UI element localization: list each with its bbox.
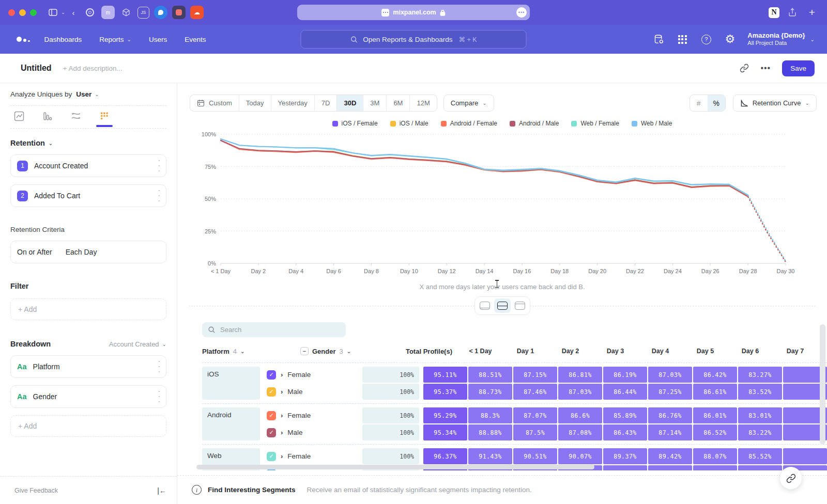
select-all-checkbox[interactable]: − bbox=[300, 347, 309, 355]
kebab-menu-icon[interactable]: • • • bbox=[159, 389, 160, 404]
expand-chevron-icon[interactable]: › bbox=[281, 371, 283, 379]
series-checkbox[interactable]: ✓ bbox=[267, 428, 276, 437]
series-checkbox[interactable]: ✓ bbox=[267, 387, 276, 397]
retention-section-header[interactable]: Retention ⌄ bbox=[10, 139, 166, 147]
vertical-scrollbar[interactable] bbox=[820, 324, 825, 444]
retention-value-cell[interactable]: 86.81% bbox=[558, 367, 602, 383]
breakdown-item-gender[interactable]: AaGender• • • bbox=[10, 385, 166, 408]
address-bar[interactable]: mixpanel.com ••• bbox=[297, 5, 530, 20]
js-extension-icon[interactable]: JS bbox=[137, 7, 149, 19]
share-icon[interactable] bbox=[788, 7, 797, 18]
breakdown-add-button[interactable]: + Add bbox=[10, 415, 166, 437]
add-description[interactable]: + Add description... bbox=[63, 65, 122, 72]
compare-button[interactable]: Compare ⌄ bbox=[443, 94, 494, 112]
retention-value-cell[interactable]: 95.11% bbox=[423, 367, 467, 383]
expand-chevron-icon[interactable]: › bbox=[281, 452, 283, 460]
retention-value-cell[interactable]: 87.08% bbox=[558, 424, 602, 440]
chart-type-dropdown[interactable]: Retention Curve ⌄ bbox=[733, 94, 817, 112]
table-search-input[interactable]: Search bbox=[202, 322, 346, 337]
expand-chevron-icon[interactable]: › bbox=[281, 469, 283, 470]
apps-grid-icon[interactable] bbox=[676, 33, 688, 45]
criteria-each-day[interactable]: Each Day bbox=[66, 248, 97, 256]
retention-value-cell[interactable]: 85.52% bbox=[738, 448, 782, 464]
range-yesterday[interactable]: Yesterday bbox=[271, 95, 314, 111]
cube-extension-icon[interactable] bbox=[119, 6, 133, 19]
retention-value-cell[interactable]: 86.6% bbox=[558, 407, 602, 423]
layout-table-focus-toggle[interactable] bbox=[512, 298, 528, 313]
criteria-on-or-after[interactable]: On or After bbox=[17, 248, 52, 256]
range-6m[interactable]: 6M bbox=[386, 95, 409, 111]
filter-add-button[interactable]: + Add bbox=[10, 298, 166, 320]
back-icon[interactable]: ‹ bbox=[67, 6, 80, 19]
nav-link-reports[interactable]: Reports⌄ bbox=[99, 36, 131, 43]
range-custom[interactable]: Custom bbox=[190, 95, 239, 111]
legend-item-web-male[interactable]: Web / Male bbox=[632, 120, 672, 127]
more-options-icon[interactable]: ••• bbox=[760, 64, 771, 73]
retention-value-cell[interactable]: 87.03% bbox=[648, 367, 692, 383]
target-extension-icon[interactable] bbox=[83, 6, 97, 19]
platform-column-header[interactable]: Platform 4 ⌄ bbox=[202, 348, 295, 355]
retention-value-cell[interactable]: 95.37% bbox=[423, 384, 467, 400]
retention-value-cell[interactable]: 87.25% bbox=[648, 384, 692, 400]
legend-item-android-male[interactable]: Android / Male bbox=[510, 120, 559, 127]
retention-value-cell[interactable]: 90.51% bbox=[513, 448, 557, 464]
retention-value-cell[interactable]: 89.48% bbox=[648, 465, 692, 470]
record-extension-icon[interactable] bbox=[172, 6, 186, 19]
retention-value-cell[interactable]: 89.37% bbox=[603, 448, 647, 464]
minimize-window-button[interactable] bbox=[19, 9, 26, 16]
share-link-fab[interactable] bbox=[779, 467, 802, 490]
retention-value-cell[interactable]: 88.88% bbox=[468, 424, 512, 440]
maximize-window-button[interactable] bbox=[30, 9, 37, 16]
chevron-down-icon[interactable]: ⌄ bbox=[59, 6, 67, 19]
mixpanel-logo[interactable] bbox=[17, 37, 30, 42]
data-management-icon[interactable] bbox=[652, 33, 665, 45]
settings-gear-icon[interactable]: ⚙ bbox=[724, 33, 736, 45]
retention-value-cell[interactable]: 85.47% bbox=[738, 465, 782, 470]
series-checkbox[interactable]: ✓ bbox=[267, 411, 276, 420]
site-options-icon[interactable]: ••• bbox=[516, 7, 527, 18]
expand-chevron-icon[interactable]: › bbox=[281, 412, 283, 419]
tab-flows[interactable] bbox=[68, 111, 84, 121]
expand-chevron-icon[interactable]: › bbox=[281, 429, 283, 436]
range-7d[interactable]: 7D bbox=[314, 95, 337, 111]
layout-chart-focus-toggle[interactable] bbox=[477, 298, 493, 313]
sidebar-toggle-icon[interactable] bbox=[46, 6, 59, 19]
report-title[interactable]: Untitled bbox=[21, 64, 52, 73]
retention-value-cell[interactable]: 89.18% bbox=[603, 465, 647, 470]
retention-value-cell[interactable]: 87.03% bbox=[558, 384, 602, 400]
retention-value-cell[interactable]: 87.5% bbox=[513, 424, 557, 440]
retention-value-cell[interactable]: 87.15% bbox=[513, 367, 557, 383]
retention-value-cell[interactable]: 87.14% bbox=[648, 424, 692, 440]
retention-value-cell[interactable]: 90.07% bbox=[558, 448, 602, 464]
retention-criteria-card[interactable]: On or After Each Day bbox=[10, 241, 166, 263]
help-icon[interactable]: ? bbox=[700, 33, 712, 45]
retention-value-cell[interactable]: 83.27% bbox=[738, 367, 782, 383]
retention-value-cell[interactable]: 86.44% bbox=[603, 384, 647, 400]
retention-value-cell[interactable]: 83.22% bbox=[738, 424, 782, 440]
collapse-sidebar-icon[interactable]: |← bbox=[157, 486, 166, 495]
retention-value-cell[interactable]: 95.29% bbox=[423, 407, 467, 423]
bird-extension-icon[interactable] bbox=[154, 6, 167, 19]
legend-item-ios-female[interactable]: iOS / Female bbox=[332, 120, 378, 127]
retention-value-cell[interactable]: 87.46% bbox=[513, 384, 557, 400]
retention-value-cell[interactable]: 88.73% bbox=[468, 384, 512, 400]
retention-value-cell[interactable]: 86.19% bbox=[603, 367, 647, 383]
org-switcher[interactable]: Amazonia {Demo} All Project Data ⌄ bbox=[747, 32, 815, 47]
breakdown-item-platform[interactable]: AaPlatform• • • bbox=[10, 355, 166, 378]
legend-item-android-female[interactable]: Android / Female bbox=[441, 120, 497, 127]
layout-split-toggle[interactable] bbox=[494, 298, 511, 313]
legend-item-ios-male[interactable]: iOS / Male bbox=[390, 120, 428, 127]
retention-step-account-created[interactable]: 1Account Created• • • bbox=[10, 154, 166, 177]
kebab-menu-icon[interactable]: • • • bbox=[159, 359, 160, 374]
tab-insights[interactable] bbox=[11, 111, 27, 121]
find-segments-title[interactable]: Find Interesting Segments bbox=[208, 486, 296, 494]
retention-value-cell[interactable]: 89.42% bbox=[648, 448, 692, 464]
m-extension-icon[interactable]: m bbox=[101, 6, 115, 19]
retention-value-cell[interactable]: 86.61% bbox=[693, 384, 737, 400]
gender-column-header[interactable]: − Gender 3 ⌄ bbox=[300, 347, 397, 355]
range-3m[interactable]: 3M bbox=[363, 95, 386, 111]
breakdown-target-dropdown[interactable]: Account Created ⌄ bbox=[109, 340, 166, 348]
close-window-button[interactable] bbox=[8, 9, 15, 16]
retention-value-cell[interactable]: 88.51% bbox=[468, 367, 512, 383]
retention-value-cell[interactable]: 91.43% bbox=[468, 448, 512, 464]
